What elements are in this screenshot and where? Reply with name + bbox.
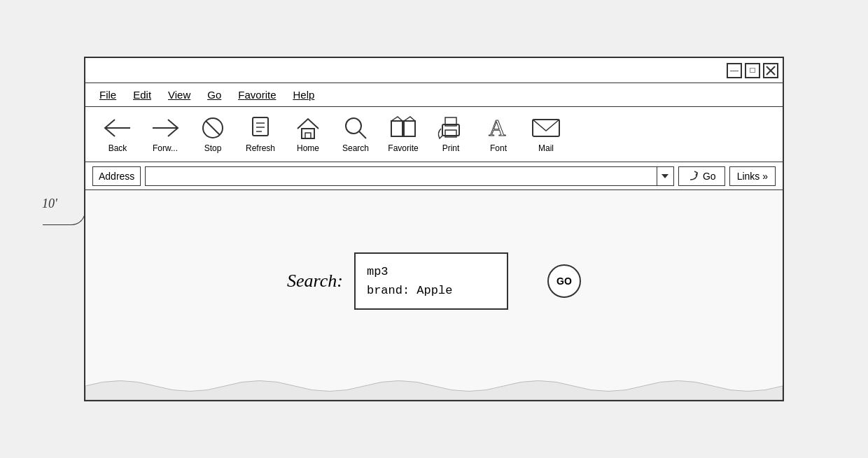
go-label: Go	[703, 171, 716, 182]
search-icon	[342, 115, 370, 141]
menu-bar: File Edit View Go Favorite Help	[85, 83, 783, 107]
search-line2: brand: Apple	[367, 281, 496, 300]
back-button[interactable]: Back	[97, 113, 139, 156]
mail-label: Mail	[538, 143, 554, 153]
annotation-10: 10'	[42, 196, 57, 211]
back-label: Back	[108, 143, 127, 153]
back-icon	[104, 115, 132, 141]
favorite-label: Favorite	[388, 143, 418, 153]
home-icon	[294, 115, 322, 141]
links-label: Links »	[737, 171, 768, 182]
refresh-label: Refresh	[246, 143, 275, 153]
window-controls: — □	[727, 63, 778, 78]
home-button[interactable]: Home	[287, 113, 329, 156]
forward-icon	[151, 115, 179, 141]
close-icon	[765, 65, 776, 76]
wavy-bottom	[85, 372, 783, 400]
links-button[interactable]: Links »	[729, 166, 776, 186]
menu-edit[interactable]: Edit	[133, 89, 151, 101]
search-input-box[interactable]: mp3 brand: Apple	[354, 252, 508, 310]
svg-marker-19	[662, 174, 668, 178]
search-form-label: Search:	[287, 271, 343, 292]
svg-text:A: A	[489, 115, 506, 141]
menu-go[interactable]: Go	[207, 89, 221, 101]
svg-line-13	[359, 131, 366, 138]
search-line1: mp3	[367, 262, 496, 281]
forward-label: Forw...	[153, 143, 178, 153]
browser-window: — □ File Edit View Go Favorite Help	[84, 57, 784, 401]
menu-view[interactable]: View	[168, 89, 190, 101]
menu-file[interactable]: File	[99, 89, 116, 101]
go-button[interactable]: Go	[678, 166, 725, 186]
address-input[interactable]	[146, 167, 657, 185]
forward-button[interactable]: Forw...	[144, 113, 186, 156]
maximize-button[interactable]: □	[745, 63, 760, 78]
favorite-button[interactable]: Favorite	[382, 113, 424, 156]
title-bar: — □	[85, 58, 783, 83]
maximize-icon: □	[750, 65, 755, 76]
stop-icon	[199, 115, 227, 141]
font-button[interactable]: A Font	[477, 113, 519, 156]
stop-button[interactable]: Stop	[192, 113, 234, 156]
refresh-button[interactable]: Refresh	[239, 113, 281, 156]
svg-line-5	[206, 121, 220, 135]
content-area: Search: mp3 brand: Apple GO	[85, 190, 783, 372]
address-label: Address	[92, 166, 141, 186]
svg-rect-11	[305, 133, 311, 138]
address-input-wrap	[145, 166, 674, 186]
stop-label: Stop	[204, 143, 222, 153]
address-dropdown-button[interactable]	[657, 167, 673, 185]
mail-button[interactable]: Mail	[525, 113, 567, 156]
print-button[interactable]: Print	[430, 113, 472, 156]
svg-rect-18	[533, 120, 559, 136]
content-go-label: GO	[556, 275, 572, 287]
search-toolbar-button[interactable]: Search	[335, 113, 377, 156]
go-arrow-icon	[687, 170, 700, 183]
svg-point-12	[346, 118, 361, 134]
minimize-icon: —	[730, 65, 738, 76]
address-bar: Address Go Links »	[85, 162, 783, 190]
font-label: Font	[490, 143, 507, 153]
svg-rect-6	[253, 117, 268, 136]
menu-help[interactable]: Help	[293, 89, 315, 101]
close-button[interactable]	[763, 63, 778, 78]
search-form: Search: mp3 brand: Apple GO	[287, 252, 581, 310]
search-label: Search	[342, 143, 369, 153]
menu-favorite[interactable]: Favorite	[238, 89, 276, 101]
content-go-button[interactable]: GO	[547, 264, 581, 298]
svg-rect-10	[302, 129, 314, 138]
minimize-button[interactable]: —	[727, 63, 742, 78]
mail-icon	[532, 115, 560, 141]
refresh-icon	[246, 115, 274, 141]
print-label: Print	[442, 143, 460, 153]
print-icon	[437, 115, 465, 141]
toolbar: Back Forw...	[85, 107, 783, 162]
favorite-icon	[389, 115, 417, 141]
page-wrapper: 10' 20' — □ File	[84, 57, 784, 401]
home-label: Home	[297, 143, 319, 153]
font-icon: A	[484, 115, 512, 141]
